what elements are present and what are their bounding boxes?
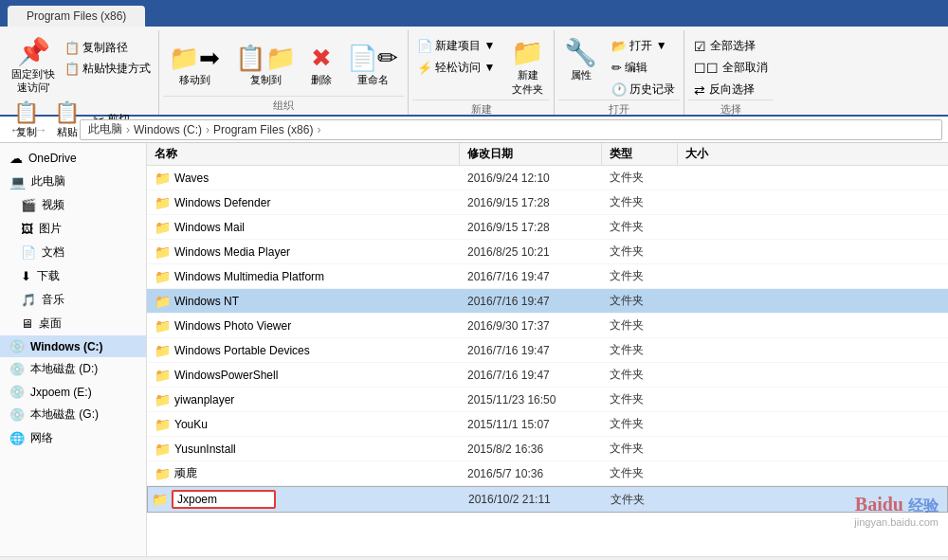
table-row[interactable]: 📁 Windows Media Player 2016/8/25 10:21 文… (147, 240, 948, 264)
sidebar-item-onedrive[interactable]: ☁ OneDrive (0, 147, 146, 170)
paste-shortcut-button[interactable]: 📋 粘贴快捷方式 (61, 59, 155, 79)
select-all-button[interactable]: ☑ 全部选择 (688, 36, 774, 56)
music-icon: 🎵 (21, 293, 36, 307)
file-type: 文件夹 (602, 342, 678, 358)
file-date: 2016/9/24 12:10 (460, 172, 602, 185)
sidebar-item-video[interactable]: 🎬 视频 (0, 193, 146, 217)
thispc-label: 此电脑 (31, 173, 65, 190)
col-header-date[interactable]: 修改日期 (460, 143, 602, 165)
copy-to-button[interactable]: 📋📁 复制到 (229, 41, 301, 90)
properties-label: 属性 (571, 68, 592, 82)
status-bar: 13 个项目 (0, 556, 948, 560)
address-bar: ← → ↑ 此电脑 › Windows (C:) › Program Files… (0, 117, 948, 143)
move-to-button[interactable]: 📁➡ 移动到 (163, 41, 226, 90)
table-row[interactable]: 📁 YusunInstall 2015/8/2 16:36 文件夹 (147, 437, 948, 461)
table-row[interactable]: 📁 Windows NT 2016/7/16 19:47 文件夹 (147, 289, 948, 314)
breadcrumb[interactable]: 此电脑 › Windows (C:) › Program Files (x86)… (80, 119, 942, 140)
pin-button[interactable]: 📌 固定到'快速访问' (8, 34, 59, 98)
table-row[interactable]: 📁 yiwanplayer 2015/11/23 16:50 文件夹 (147, 388, 948, 412)
sidebar-item-thispc[interactable]: 💻 此电脑 (0, 170, 146, 193)
file-explorer-tab[interactable]: Program Files (x86) (8, 6, 145, 27)
file-date: 2016/5/7 10:36 (460, 467, 602, 480)
video-icon: 🎬 (21, 198, 36, 212)
col-header-type[interactable]: 类型 (602, 143, 678, 165)
table-row[interactable]: 📁 Windows Mail 2016/9/15 17:28 文件夹 (147, 215, 948, 240)
delete-label: 删除 (311, 73, 332, 87)
file-type: 文件夹 (602, 268, 678, 284)
ribbon-new-label: 新建 (412, 99, 550, 118)
file-name: 顽鹿 (174, 465, 197, 481)
onedrive-icon: ☁ (9, 151, 23, 166)
new-folder-button[interactable]: 📁 新建文件夹 (505, 34, 550, 99)
easy-access-label: 轻松访问 ▼ (435, 60, 495, 76)
invert-select-button[interactable]: ⇄ 反向选择 (688, 80, 774, 99)
windows-c-label: Windows (C:) (30, 340, 103, 353)
select-all-label: 全部选择 (710, 38, 756, 54)
sidebar-item-jxpoem-e[interactable]: 💿 Jxpoem (E:) (0, 381, 146, 403)
table-row[interactable]: 📁 Windows Defender 2016/9/15 17:28 文件夹 (147, 190, 948, 215)
local-d-label: 本地磁盘 (D:) (30, 361, 98, 377)
up-button[interactable]: ↑ (55, 119, 76, 140)
rename-input[interactable] (172, 490, 276, 509)
sidebar-item-music[interactable]: 🎵 音乐 (0, 288, 146, 312)
file-date: 2015/11/23 16:50 (460, 393, 602, 406)
sidebar-item-local-g[interactable]: 💿 本地磁盘 (G:) (0, 403, 146, 426)
rename-row-type: 文件夹 (603, 492, 679, 508)
table-row[interactable]: 📁 YouKu 2015/11/1 15:07 文件夹 (147, 412, 948, 437)
history-button[interactable]: 🕐 历史记录 (607, 80, 680, 99)
tab-label: Program Files (x86) (27, 9, 126, 23)
file-name: yiwanplayer (174, 393, 234, 406)
file-type: 文件夹 (602, 244, 678, 260)
sidebar-item-local-d[interactable]: 💿 本地磁盘 (D:) (0, 357, 146, 381)
table-row[interactable]: 📁 顽鹿 2016/5/7 10:36 文件夹 (147, 461, 948, 486)
copy-to-label: 复制到 (250, 73, 282, 87)
file-date: 2016/7/16 19:47 (460, 270, 602, 283)
back-button[interactable]: ← (6, 119, 27, 140)
select-none-label: 全部取消 (722, 60, 768, 76)
desktop-icon: 🖥 (21, 316, 33, 331)
sidebar-item-pictures[interactable]: 🖼 图片 (0, 217, 146, 241)
properties-button[interactable]: 🔧 属性 (558, 34, 603, 85)
jxpoem-e-icon: 💿 (9, 385, 25, 399)
table-row[interactable]: 📁 WindowsPowerShell 2016/7/16 19:47 文件夹 (147, 363, 948, 388)
rename-label: 重命名 (357, 73, 389, 87)
open-button[interactable]: 📂 打开 ▼ (607, 36, 680, 56)
table-row[interactable]: 📁 Windows Portable Devices 2016/7/16 19:… (147, 338, 948, 363)
col-header-size[interactable]: 大小 (678, 143, 754, 165)
new-item-button[interactable]: 📄 新建项目 ▼ (412, 36, 500, 56)
jxpoem-e-label: Jxpoem (E:) (30, 386, 92, 399)
download-label: 下载 (37, 268, 60, 284)
edit-button[interactable]: ✏ 编辑 (607, 58, 680, 78)
file-name: YusunInstall (174, 443, 236, 456)
history-label: 历史记录 (629, 81, 675, 98)
table-row[interactable]: 📁 Waves 2016/9/24 12:10 文件夹 (147, 166, 948, 190)
file-name: Windows Mail (174, 221, 245, 234)
rename-button[interactable]: 📄✏ 重命名 (341, 41, 404, 90)
col-header-name[interactable]: 名称 (147, 143, 460, 165)
rename-row[interactable]: 📁 2016/10/2 21:11 文件夹 (147, 486, 948, 513)
file-list-scroll[interactable]: 📁 Waves 2016/9/24 12:10 文件夹 📁 Windows De… (147, 166, 948, 556)
file-list-container: 名称 修改日期 类型 大小 📁 Waves 2016/9/24 12:10 文件… (147, 143, 948, 556)
invert-label: 反向选择 (709, 81, 755, 98)
select-none-button[interactable]: ☐☐ 全部取消 (688, 58, 774, 78)
sidebar-item-network[interactable]: 🌐 网络 (0, 426, 146, 450)
sidebar-item-windows-c[interactable]: 💿 Windows (C:) (0, 335, 146, 357)
download-icon: ⬇ (21, 269, 31, 283)
documents-icon: 📄 (21, 245, 36, 260)
forward-button[interactable]: → (30, 119, 51, 140)
delete-button[interactable]: ✖ 删除 (305, 41, 337, 90)
paste-shortcut-label: 粘贴快捷方式 (82, 61, 151, 77)
video-label: 视频 (42, 197, 64, 213)
file-name: Windows Multimedia Platform (174, 270, 324, 283)
sidebar-item-download[interactable]: ⬇ 下载 (0, 264, 146, 288)
table-row[interactable]: 📁 Windows Multimedia Platform 2016/7/16 … (147, 264, 948, 289)
sidebar-item-documents[interactable]: 📄 文档 (0, 241, 146, 264)
easy-access-button[interactable]: ⚡ 轻松访问 ▼ (412, 58, 500, 78)
local-d-icon: 💿 (9, 362, 25, 376)
table-row[interactable]: 📁 Windows Photo Viewer 2016/9/30 17:37 文… (147, 314, 948, 338)
file-date: 2016/9/15 17:28 (460, 196, 602, 209)
new-folder-label: 新建文件夹 (512, 68, 543, 97)
file-date: 2016/7/16 19:47 (460, 295, 602, 308)
copy-path-button[interactable]: 📋 复制路径 (61, 38, 155, 58)
sidebar-item-desktop[interactable]: 🖥 桌面 (0, 312, 146, 335)
